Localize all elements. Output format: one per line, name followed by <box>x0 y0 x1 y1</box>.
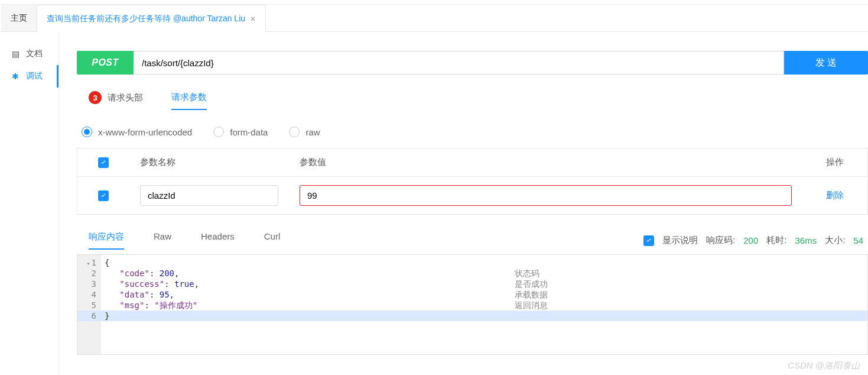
body-type-urlencoded[interactable]: x-www-form-urlencoded <box>82 127 192 137</box>
show-desc-label: 显示说明 <box>662 235 698 246</box>
sidebar-item-debug[interactable]: ✱ 调试 <box>0 65 58 88</box>
resp-time-label: 耗时: <box>766 235 786 246</box>
document-icon: ▤ <box>11 49 20 59</box>
tab-bar: 主页 查询当前任务前还有多少任务等待 @author Tarzan Liu ✕ <box>0 5 868 32</box>
show-desc-checkbox[interactable] <box>643 235 654 246</box>
tab-response-raw[interactable]: Raw <box>154 231 171 250</box>
table-row: 删除 <box>77 176 867 214</box>
tab-active[interactable]: 查询当前任务前还有多少任务等待 @author Tarzan Liu ✕ <box>37 5 266 32</box>
code-area[interactable]: { "code": 200, "success": true, "data": … <box>101 255 867 354</box>
sidebar: ▤ 文档 ✱ 调试 <box>0 32 59 375</box>
resp-time-value: 36ms <box>795 235 817 245</box>
delete-row-button[interactable]: 删除 <box>826 190 844 200</box>
radio-icon <box>213 127 224 137</box>
th-op: 操作 <box>802 148 867 176</box>
tab-home[interactable]: 主页 <box>1 5 37 31</box>
header-count-badge: 3 <box>89 91 102 104</box>
resp-code-value: 200 <box>743 235 758 245</box>
resp-size-value: 54 <box>853 235 863 245</box>
th-name: 参数名称 <box>129 148 289 176</box>
checkbox-row[interactable] <box>98 190 109 201</box>
resp-code-label: 响应码: <box>706 235 735 246</box>
send-button[interactable]: 发 送 <box>784 51 868 75</box>
tab-response-curl[interactable]: Curl <box>264 231 281 250</box>
line-gutter: ▾1 2 3 4 5 6 <box>77 255 101 354</box>
tab-request-headers[interactable]: 3 请求头部 <box>89 91 143 110</box>
body-type-raw[interactable]: raw <box>289 127 320 137</box>
radio-checked-icon <box>82 127 92 137</box>
radio-icon <box>289 127 300 137</box>
params-table: 参数名称 参数值 操作 删除 <box>77 148 868 215</box>
checkbox-all[interactable] <box>98 157 109 168</box>
body-type-formdata[interactable]: form-data <box>213 127 268 137</box>
tab-response-content[interactable]: 响应内容 <box>89 231 124 250</box>
tab-request-params[interactable]: 请求参数 <box>171 91 207 110</box>
url-input[interactable] <box>134 51 784 75</box>
close-icon[interactable]: ✕ <box>250 15 256 23</box>
param-name-input[interactable] <box>140 185 278 206</box>
http-method[interactable]: POST <box>77 51 134 75</box>
th-value: 参数值 <box>289 148 802 176</box>
tab-response-headers[interactable]: Headers <box>201 231 235 250</box>
sidebar-item-docs[interactable]: ▤ 文档 <box>0 43 58 65</box>
bug-icon: ✱ <box>11 72 20 81</box>
param-value-input[interactable] <box>300 185 792 206</box>
resp-size-label: 大小: <box>825 235 845 246</box>
response-editor: ▾1 2 3 4 5 6 { "code": 200, "success": t… <box>77 254 868 355</box>
tab-label: 查询当前任务前还有多少任务等待 @author Tarzan Liu <box>47 14 245 24</box>
